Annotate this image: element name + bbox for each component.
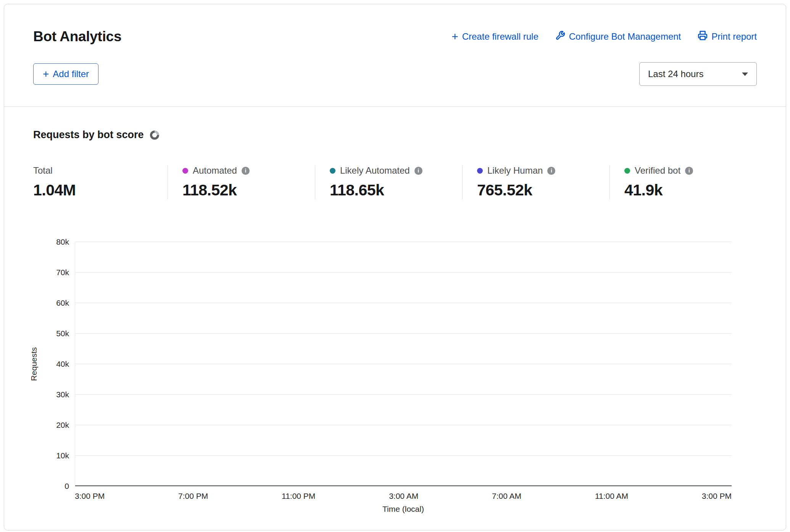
- info-icon[interactable]: i: [414, 167, 422, 175]
- bar-slot: [548, 242, 574, 486]
- bar-slot: [443, 242, 469, 486]
- y-tick-label: 20k: [56, 421, 69, 430]
- x-tick-label: [257, 492, 282, 501]
- stat-automated: Automated i 118.52k: [168, 165, 315, 199]
- verified-bot-legend-dot: [624, 168, 630, 174]
- bar-slot: [75, 242, 102, 486]
- bar-slot: [522, 242, 548, 486]
- section-head: Requests by bot score: [33, 129, 757, 141]
- header-divider: [4, 106, 786, 107]
- automated-legend-dot: [182, 168, 188, 174]
- plus-icon: +: [43, 69, 49, 79]
- y-tick-label: 10k: [56, 451, 69, 460]
- y-tick-label: 50k: [56, 329, 69, 338]
- add-filter-button[interactable]: + Add filter: [33, 63, 98, 85]
- stat-likely-human: Likely Human i 765.52k: [462, 165, 609, 199]
- likely-automated-legend-dot: [330, 168, 335, 174]
- bar-slot: [679, 242, 705, 486]
- wrench-icon: [555, 31, 565, 43]
- header-actions: + Create firewall rule Configure Bot Man…: [451, 31, 757, 43]
- stat-label: Likely Automated: [340, 165, 410, 176]
- x-axis-title: Time (local): [75, 505, 732, 514]
- time-range-value: Last 24 hours: [648, 69, 703, 79]
- gridline: [75, 485, 732, 486]
- y-tick-label: 80k: [56, 237, 69, 247]
- y-tick-label: 70k: [56, 268, 69, 277]
- x-tick-label: [571, 492, 595, 501]
- stat-label: Automated: [193, 165, 237, 176]
- bar-slot: [128, 242, 154, 486]
- info-icon[interactable]: i: [547, 167, 555, 175]
- bar-slot: [390, 242, 417, 486]
- stat-value: 118.52k: [182, 181, 315, 199]
- bar-slot: [600, 242, 627, 486]
- printer-icon: [698, 31, 708, 43]
- stat-value: 41.9k: [624, 181, 757, 199]
- y-tick-label: 40k: [56, 360, 69, 369]
- x-tick-label: [315, 492, 340, 501]
- stat-label: Verified bot: [635, 165, 680, 176]
- bar-slot: [364, 242, 390, 486]
- x-tick-label: [628, 492, 653, 501]
- print-report-label: Print report: [711, 31, 757, 42]
- x-tick-label: [340, 492, 364, 501]
- bar-slot: [311, 242, 338, 486]
- x-tick-label: 11:00 AM: [595, 492, 628, 501]
- bot-analytics-page: Bot Analytics + Create firewall rule Con…: [4, 4, 786, 530]
- stat-label: Total: [33, 165, 53, 176]
- bar-slot: [574, 242, 600, 486]
- y-tick-label: 60k: [56, 298, 69, 308]
- y-tick-label: 0: [64, 482, 69, 491]
- print-report-link[interactable]: Print report: [698, 31, 757, 43]
- time-range-select[interactable]: Last 24 hours: [639, 62, 757, 86]
- y-tick-label: 30k: [56, 390, 69, 399]
- section-title: Requests by bot score: [33, 129, 144, 141]
- x-tick-label: 3:00 PM: [702, 492, 732, 501]
- plus-icon: +: [451, 31, 458, 42]
- header: Bot Analytics + Create firewall rule Con…: [4, 4, 786, 86]
- x-tick-label: [129, 492, 153, 501]
- y-axis-title: Requests: [29, 347, 39, 381]
- x-tick-label: [105, 492, 129, 501]
- info-icon[interactable]: i: [685, 167, 693, 175]
- stat-value: 118.65k: [330, 181, 462, 199]
- bar-slot: [416, 242, 443, 486]
- likely-human-legend-dot: [477, 168, 483, 174]
- add-filter-label: Add filter: [53, 69, 89, 79]
- page-title: Bot Analytics: [33, 29, 121, 45]
- x-tick-label: [208, 492, 232, 501]
- stat-likely-automated: Likely Automated i 118.65k: [315, 165, 462, 199]
- x-tick-label: 7:00 AM: [492, 492, 521, 501]
- stat-total: Total 1.04M: [33, 165, 168, 199]
- bar-slot: [338, 242, 364, 486]
- stat-verified-bot: Verified bot i 41.9k: [609, 165, 757, 199]
- configure-bot-management-link[interactable]: Configure Bot Management: [555, 31, 681, 43]
- bar-slot: [495, 242, 522, 486]
- bar-slot: [627, 242, 653, 486]
- chevron-down-icon: [742, 73, 748, 76]
- bars-container: [75, 242, 732, 486]
- requests-chart: Requests 010k20k30k40k50k60k70k80k 3:00 …: [75, 242, 732, 514]
- x-tick-label: [677, 492, 702, 501]
- bar-slot: [653, 242, 679, 486]
- pie-chart-icon: [150, 131, 159, 140]
- plot-area: Requests 010k20k30k40k50k60k70k80k: [75, 242, 732, 486]
- configure-bot-management-label: Configure Bot Management: [569, 31, 681, 42]
- stats-summary: Total 1.04M Automated i 118.52k Likely A…: [33, 165, 757, 199]
- x-tick-label: [233, 492, 257, 501]
- x-tick-label: [468, 492, 492, 501]
- x-tick-label: [154, 492, 178, 501]
- bar-slot: [469, 242, 495, 486]
- stat-label: Likely Human: [487, 165, 543, 176]
- x-tick-label: [443, 492, 467, 501]
- info-icon[interactable]: i: [242, 167, 250, 175]
- x-tick-label: 11:00 PM: [282, 492, 315, 501]
- bar-slot: [259, 242, 285, 486]
- bar-slot: [233, 242, 259, 486]
- x-tick-label: [418, 492, 443, 501]
- x-tick-label: 3:00 PM: [75, 492, 105, 501]
- stat-value: 1.04M: [33, 181, 168, 199]
- create-firewall-rule-label: Create firewall rule: [462, 31, 538, 42]
- create-firewall-rule-link[interactable]: + Create firewall rule: [451, 31, 538, 42]
- x-tick-label: [364, 492, 389, 501]
